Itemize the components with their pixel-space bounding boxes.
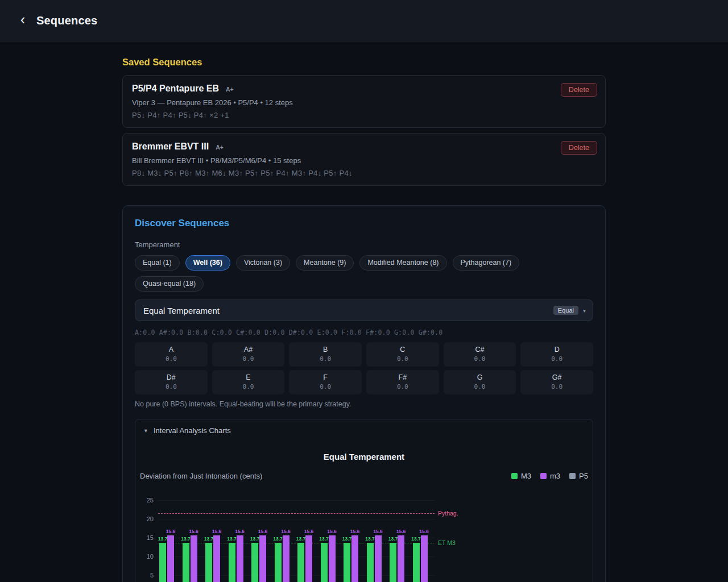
note-offset-value: 0.0 <box>444 383 516 390</box>
select-value: Equal Temperament <box>143 306 220 315</box>
bar-value-label: 15.6 <box>209 529 225 535</box>
note-offset-value: 0.0 <box>444 355 516 363</box>
bar-m3 <box>413 543 420 582</box>
temperament-chip-equal-1[interactable]: Equal (1) <box>135 255 180 271</box>
note-offset-value: 0.0 <box>135 383 208 390</box>
bar-m3 <box>283 535 289 582</box>
bar-m3 <box>321 543 328 582</box>
bar-m3 <box>167 535 174 582</box>
legend-item-p5[interactable]: P5 <box>569 472 588 480</box>
note-offset-value: 0.0 <box>520 355 593 363</box>
legend-item-m3[interactable]: m3 <box>540 472 560 480</box>
bar-m3 <box>421 535 428 582</box>
temperament-chip-well-36[interactable]: Well (36) <box>185 255 230 271</box>
note-tile-d: D0.0 <box>520 342 593 367</box>
note-name: A# <box>212 346 285 354</box>
discover-heading: Discover Sequences <box>135 217 593 229</box>
bar-value-label: 15.6 <box>324 529 340 535</box>
temperament-chip-victorian-3[interactable]: Victorian (3) <box>236 255 290 271</box>
reference-line-pythag <box>158 513 435 514</box>
chart-legend: M3m3P5 <box>511 472 588 480</box>
select-type-badge: Equal <box>553 306 578 315</box>
temperament-chip-list: Equal (1)Well (36)Victorian (3)Meantone … <box>135 255 593 292</box>
note-name: D# <box>135 373 208 381</box>
bar-m3 <box>159 543 166 582</box>
strategy-note: No pure (0 BPS) intervals. Equal-beating… <box>135 400 593 409</box>
note-name: G <box>444 373 516 381</box>
temperament-select[interactable]: Equal Temperament Equal ▾ <box>135 300 593 321</box>
sequence-subtitle: Bill Bremmer EBVT III • P8/M3/P5/M6/P4 •… <box>132 156 596 165</box>
bar-m3 <box>351 535 358 582</box>
grade-badge: A+ <box>226 86 234 93</box>
chart-plot: Pythag.ET M3ET P513.713.713.713.713.713.… <box>158 492 477 582</box>
bar-value-label: 15.6 <box>278 529 294 535</box>
bar-m3 <box>237 535 243 582</box>
temperament-chip-quasi-equal-18[interactable]: Quasi-equal (18) <box>135 276 204 292</box>
bar-m3 <box>297 543 304 582</box>
note-tile-f: F0.0 <box>289 370 362 394</box>
bar-m3 <box>375 535 382 582</box>
bar-m3 <box>305 535 312 582</box>
gridline <box>158 519 435 519</box>
reference-line-label: ET M3 <box>438 539 456 547</box>
chart-subtitle: Deviation from Just Intonation (cents) <box>140 472 262 480</box>
charts-collapse-toggle[interactable]: ▼ Interval Analysis Charts <box>135 419 593 442</box>
note-tile-c: C0.0 <box>366 342 439 367</box>
bar-m3 <box>191 535 197 582</box>
interval-analysis-panel: ▼ Interval Analysis Charts Equal Tempera… <box>135 419 593 582</box>
temperament-label: Temperament <box>135 240 593 250</box>
page-title: Sequences <box>36 14 97 27</box>
y-tick-label: 15 <box>147 534 154 542</box>
y-tick-label: 20 <box>147 515 154 523</box>
legend-swatch-icon <box>540 473 547 479</box>
main-content: Saved Sequences Delete P5/P4 Pentapure E… <box>122 41 606 582</box>
sequence-subtitle: Viper 3 — Pentapure EB 2026 • P5/P4 • 12… <box>132 98 596 107</box>
y-tick-label: 25 <box>147 496 154 504</box>
chart-title: Equal Temperament <box>139 452 589 462</box>
temperament-chip-pythagorean-7[interactable]: Pythagorean (7) <box>453 255 520 271</box>
note-name: E <box>212 373 285 381</box>
bar-m3 <box>213 535 220 582</box>
note-name: C <box>366 346 439 354</box>
sequence-steps: P8↓ M3↓ P5↑ P8↑ M3↑ M6↓ M3↑ P5↑ P5↑ P4↑ … <box>132 169 596 178</box>
y-tick-label: 5 <box>150 571 154 579</box>
delete-button[interactable]: Delete <box>561 141 597 155</box>
bar-m3 <box>251 543 258 582</box>
legend-item-m3[interactable]: M3 <box>511 472 531 480</box>
bar-m3 <box>390 543 396 582</box>
note-name: F# <box>366 373 439 381</box>
note-name: F <box>289 373 362 381</box>
bar-m3 <box>259 535 266 582</box>
y-tick-label: 10 <box>147 552 154 560</box>
bar-value-label: 15.6 <box>347 529 363 535</box>
reference-line-label: Pythag. <box>438 509 458 517</box>
note-tile-csharp: C#0.0 <box>444 342 516 367</box>
delete-button[interactable]: Delete <box>561 83 597 97</box>
note-offset-value: 0.0 <box>135 355 208 363</box>
legend-label: M3 <box>521 472 531 480</box>
note-offsets-summary: A:0.0 A#:0.0 B:0.0 C:0.0 C#:0.0 D:0.0 D#… <box>135 329 593 336</box>
bar-m3 <box>344 543 350 582</box>
note-offset-value: 0.0 <box>520 383 593 390</box>
legend-label: P5 <box>579 472 588 480</box>
temperament-chip-modified-meantone-8[interactable]: Modified Meantone (8) <box>359 255 446 271</box>
app-header: ‹ Sequences <box>0 0 728 41</box>
bar-m3 <box>183 543 189 582</box>
temperament-chip-meantone-9[interactable]: Meantone (9) <box>296 255 354 271</box>
bar-value-label: 15.6 <box>255 529 271 535</box>
bar-m3 <box>229 543 235 582</box>
note-tile-fsharp: F#0.0 <box>366 370 439 394</box>
bar-value-label: 15.6 <box>416 529 432 535</box>
note-offset-value: 0.0 <box>366 355 439 363</box>
note-tile-asharp: A#0.0 <box>212 342 285 367</box>
bar-value-label: 15.6 <box>163 529 179 535</box>
note-name: A <box>135 346 208 354</box>
note-name: C# <box>444 346 516 354</box>
bar-value-label: 15.6 <box>301 529 317 535</box>
bar-m3 <box>367 543 374 582</box>
note-name: B <box>289 346 362 354</box>
note-tile-gsharp: G#0.0 <box>520 370 593 394</box>
back-button[interactable]: ‹ <box>15 12 32 29</box>
chevron-down-icon: ▾ <box>583 307 586 314</box>
sequence-card-pentapure: Delete P5/P4 Pentapure EB A+ Viper 3 — P… <box>122 75 606 128</box>
